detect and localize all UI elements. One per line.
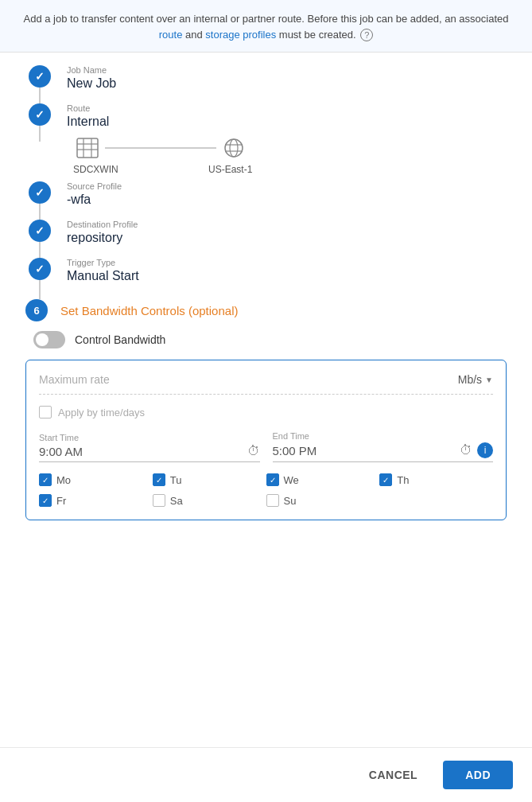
end-time-clock-icon: ⏱: [460, 443, 472, 457]
stepper: Job Name New Job Route Internal: [25, 65, 507, 299]
step-5-left: [25, 258, 54, 299]
page-container: Add a job to transfer content over an in…: [0, 0, 532, 802]
toggle-label: Control Bandwidth: [75, 333, 165, 346]
day-checkbox-we[interactable]: [266, 473, 279, 486]
day-item-th: Th: [379, 473, 493, 486]
step-5-circle: [29, 258, 51, 280]
cloud-icon: [219, 135, 248, 161]
unit-chevron-icon: ▼: [485, 376, 493, 384]
step-4-left: [25, 220, 54, 258]
step-2-value: Internal: [67, 115, 507, 129]
storage-link[interactable]: storage profiles: [205, 29, 276, 41]
content-area: Job Name New Job Route Internal: [0, 53, 532, 747]
day-item-we: We: [266, 473, 380, 486]
day-label-sa: Sa: [170, 495, 183, 507]
end-time-label: End Time: [273, 431, 494, 441]
apply-label: Apply by time/days: [58, 407, 145, 419]
toggle-row: Control Bandwidth: [33, 331, 507, 348]
step-3-circle: [29, 181, 51, 204]
days-grid: MoTuWeThFrSaSu: [39, 473, 493, 507]
step-2-circle: [29, 103, 51, 126]
route-connecting-line: [105, 147, 216, 149]
max-rate-unit[interactable]: Mb/s ▼: [458, 373, 493, 386]
day-label-mo: Mo: [56, 474, 71, 486]
day-item-su: Su: [266, 494, 380, 507]
step-4-label: Destination Profile: [67, 220, 507, 229]
step-6-title-text: Set Bandwidth Controls: [60, 304, 188, 317]
day-checkbox-th[interactable]: [379, 473, 392, 486]
day-item-mo: Mo: [39, 473, 153, 486]
day-label-we: We: [284, 474, 299, 486]
banner-and: and: [182, 29, 205, 41]
step-4-line: [39, 242, 41, 258]
step-4-value: repository: [67, 231, 507, 245]
step-1-row: Job Name New Job: [25, 65, 507, 103]
max-rate-row: Maximum rate Mb/s ▼: [39, 373, 493, 395]
route-labels: SDCXWIN US-East-1: [73, 164, 507, 175]
step-6-title: Set Bandwidth Controls (optional): [60, 304, 238, 317]
control-bandwidth-toggle[interactable]: [33, 331, 65, 348]
end-time-input-row: 5:00 PM ⏱ i: [273, 442, 494, 462]
route-left-label: SDCXWIN: [73, 164, 137, 175]
day-item-tu: Tu: [153, 473, 266, 486]
unit-label: Mb/s: [458, 373, 482, 386]
step-5-label: Trigger Type: [67, 258, 507, 267]
day-item-fr: Fr: [39, 494, 153, 507]
step-1-content: Job Name New Job: [67, 65, 507, 100]
step-6-optional: (optional): [188, 304, 239, 317]
day-label-tu: Tu: [170, 474, 182, 486]
start-time-clock-icon: ⏱: [247, 444, 260, 458]
step-3-left: [25, 181, 54, 220]
svg-rect-0: [77, 138, 98, 158]
step-2-line: [39, 126, 41, 142]
route-link[interactable]: route: [159, 29, 183, 41]
route-right-label: US-East-1: [208, 164, 252, 175]
step-1-value: New Job: [67, 76, 507, 91]
end-time-value[interactable]: 5:00 PM: [273, 444, 460, 457]
step-2-left: [25, 103, 54, 142]
step-1-line: [39, 88, 41, 103]
step-3-row: Source Profile -wfa: [25, 181, 507, 220]
step-1-label: Job Name: [67, 65, 507, 75]
help-icon[interactable]: ?: [360, 29, 373, 41]
step-6-header: 6 Set Bandwidth Controls (optional): [25, 299, 507, 321]
day-label-fr: Fr: [56, 495, 66, 507]
step-1-left: [25, 65, 54, 103]
apply-checkbox[interactable]: [39, 406, 52, 419]
route-diagram: [73, 135, 507, 161]
step-2-row: Route Internal: [25, 103, 507, 181]
toggle-knob: [36, 333, 49, 346]
step-4-row: Destination Profile repository: [25, 220, 507, 258]
day-checkbox-su[interactable]: [266, 494, 279, 507]
grid-icon: [73, 135, 102, 161]
step-2-content: Route Internal: [67, 103, 507, 181]
day-checkbox-sa[interactable]: [153, 494, 165, 507]
add-button[interactable]: ADD: [443, 761, 513, 789]
start-time-input-row: 9:00 AM ⏱: [39, 444, 260, 462]
start-time-value[interactable]: 9:00 AM: [39, 445, 247, 458]
start-time-label: Start Time: [39, 433, 260, 442]
banner-must: must be created.: [276, 29, 355, 41]
svg-point-5: [225, 139, 243, 157]
cancel-button[interactable]: CANCEL: [353, 761, 433, 789]
step-5-row: Trigger Type Manual Start: [25, 258, 507, 299]
step-3-value: -wfa: [67, 193, 507, 207]
step-3-content: Source Profile -wfa: [67, 181, 507, 216]
step-2-label: Route: [67, 103, 507, 113]
step-3-line: [39, 204, 41, 220]
end-time-field: End Time 5:00 PM ⏱ i: [273, 431, 494, 462]
day-label-su: Su: [284, 495, 297, 507]
step-5-line: [39, 280, 41, 299]
day-checkbox-fr[interactable]: [39, 494, 52, 507]
end-time-info-icon: i: [477, 442, 493, 458]
day-item-sa: Sa: [153, 494, 266, 507]
step-5-content: Trigger Type Manual Start: [67, 258, 507, 293]
step-4-content: Destination Profile repository: [67, 220, 507, 255]
bandwidth-box: Maximum rate Mb/s ▼ Apply by time/days S…: [25, 360, 507, 520]
day-label-th: Th: [397, 474, 409, 486]
svg-point-6: [230, 139, 238, 157]
day-checkbox-tu[interactable]: [153, 473, 165, 486]
step-1-circle: [29, 65, 51, 88]
apply-row: Apply by time/days: [39, 406, 493, 419]
day-checkbox-mo[interactable]: [39, 473, 52, 486]
